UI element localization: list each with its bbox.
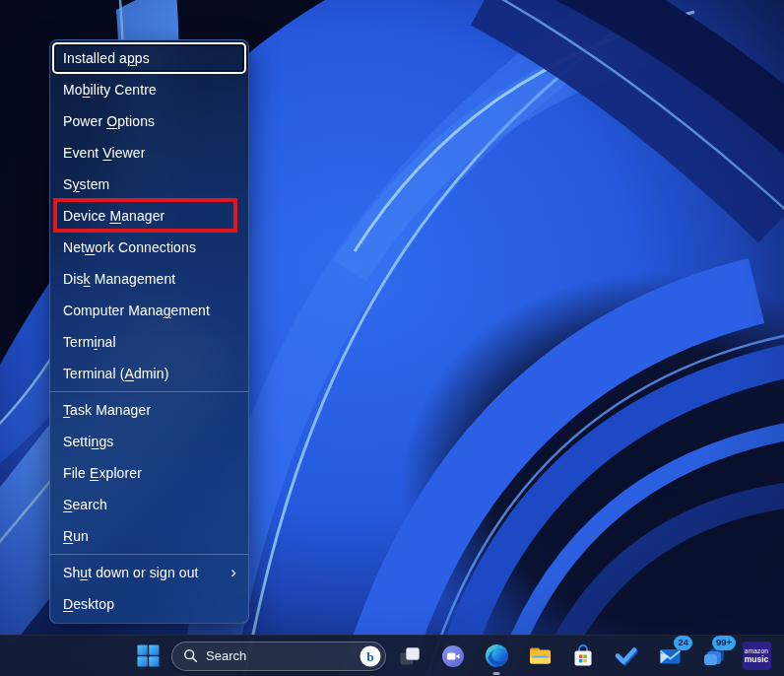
menu-item-label: Network Connections (63, 239, 196, 255)
bing-icon[interactable]: b (359, 645, 381, 667)
chat-icon (440, 643, 466, 669)
menu-item-power-options[interactable]: Power Options (52, 105, 246, 137)
menu-item-mobility-centre[interactable]: Mobility Centre (52, 74, 246, 105)
menu-item-label: Shut down or sign out (63, 565, 199, 580)
search-icon (183, 648, 198, 663)
menu-item-task-manager[interactable]: Task Manager (52, 394, 246, 426)
menu-item-terminal-admin[interactable]: Terminal (Admin) (52, 358, 246, 389)
edge-button[interactable] (477, 637, 516, 676)
amazon-music-icon: amazon music (743, 642, 771, 670)
file-explorer-button[interactable] (520, 637, 559, 676)
menu-separator (50, 391, 248, 392)
edge-running-indicator (493, 672, 500, 675)
menu-item-desktop[interactable]: Desktop (52, 588, 246, 620)
menu-item-label: Disk Management (63, 271, 175, 287)
menu-item-label: Search (63, 497, 107, 512)
svg-text:b: b (366, 648, 374, 663)
windows-logo-icon (137, 644, 160, 667)
to-do-check-icon (614, 642, 640, 669)
menu-item-label: Device Manager (63, 208, 164, 224)
teams-badge: 99+ (712, 636, 736, 650)
menu-item-label: Settings (63, 434, 113, 449)
file-explorer-icon (527, 642, 554, 669)
menu-item-device-manager[interactable]: Device Manager (52, 200, 246, 232)
microsoft-store-button[interactable] (563, 637, 603, 676)
menu-item-label: Mobility Centre (63, 82, 157, 98)
task-view-button[interactable] (390, 637, 429, 676)
menu-item-terminal[interactable]: Terminal (52, 326, 246, 358)
menu-item-label: Power Options (63, 113, 155, 129)
menu-item-search[interactable]: Search (52, 489, 246, 520)
menu-item-system[interactable]: System (52, 169, 246, 200)
search-box[interactable]: Search b (171, 642, 386, 671)
menu-item-label: Run (63, 528, 89, 544)
menu-item-computer-management[interactable]: Computer Management (52, 295, 246, 326)
taskbar: Search b (0, 635, 784, 676)
menu-item-shut-down-or-sign-out[interactable]: Shut down or sign out› (52, 557, 246, 588)
menu-item-run[interactable]: Run (52, 520, 246, 552)
menu-item-network-connections[interactable]: Network Connections (52, 232, 246, 263)
start-button[interactable] (128, 637, 167, 676)
task-view-icon (397, 643, 423, 669)
menu-item-installed-apps[interactable]: Installed apps (52, 42, 246, 74)
menu-item-settings[interactable]: Settings (52, 426, 246, 457)
menu-item-label: File Explorer (63, 465, 142, 481)
desktop: Installed appsMobility CentrePower Optio… (0, 0, 784, 676)
amazon-music-line2: music (745, 655, 769, 664)
edge-icon (484, 642, 510, 669)
menu-item-label: Event Viewer (63, 145, 145, 161)
menu-item-disk-management[interactable]: Disk Management (52, 263, 246, 295)
menu-item-label: Terminal (Admin) (63, 366, 168, 381)
mail-badge: 24 (674, 636, 692, 650)
winx-menu: Installed appsMobility CentrePower Optio… (49, 39, 249, 624)
menu-item-label: Terminal (63, 334, 116, 350)
menu-separator (50, 554, 248, 555)
menu-item-event-viewer[interactable]: Event Viewer (52, 137, 246, 169)
search-placeholder: Search (206, 648, 359, 663)
menu-item-label: Installed apps (63, 50, 150, 66)
microsoft-store-icon (570, 643, 596, 669)
menu-item-file-explorer[interactable]: File Explorer (52, 457, 246, 489)
submenu-chevron-icon: › (230, 564, 236, 580)
menu-item-label: Desktop (63, 596, 114, 612)
amazon-music-button[interactable]: amazon music (737, 637, 776, 676)
to-do-button[interactable] (607, 637, 646, 676)
menu-item-label: Task Manager (63, 402, 151, 418)
menu-item-label: System (63, 176, 109, 192)
chat-button[interactable] (433, 637, 473, 676)
menu-item-label: Computer Management (63, 303, 210, 318)
mail-button[interactable]: 24 (650, 637, 689, 676)
teams-button[interactable]: 99+ (693, 637, 733, 676)
